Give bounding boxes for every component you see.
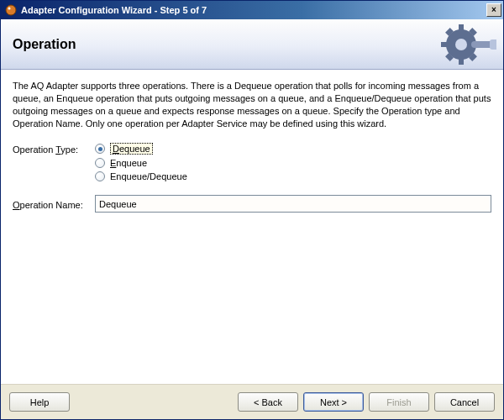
footer-buttons: Help < Back Next > Finish Cancel xyxy=(1,384,503,419)
gear-icon xyxy=(429,19,496,70)
radio-icon xyxy=(95,158,105,168)
radio-dequeue-label: Dequeue xyxy=(110,143,153,155)
page-title: Operation xyxy=(1,37,76,52)
content-area: The AQ Adapter supports three operations… xyxy=(1,70,503,384)
window-title: Adapter Configuration Wizard - Step 5 of… xyxy=(21,5,486,15)
app-icon xyxy=(4,3,18,17)
description-text: The AQ Adapter supports three operations… xyxy=(13,80,491,129)
radio-enqueue-label: Enqueue xyxy=(110,158,147,168)
back-button[interactable]: < Back xyxy=(238,392,298,412)
svg-point-1 xyxy=(8,8,11,10)
operation-type-row: Operation Type: Dequeue Enqueue Enqueue/… xyxy=(13,143,491,181)
operation-name-input[interactable] xyxy=(95,195,491,213)
svg-rect-5 xyxy=(441,42,449,47)
svg-rect-4 xyxy=(459,56,464,65)
radio-both-label: Enqueue/Dequeue xyxy=(110,171,187,181)
wizard-header: Operation xyxy=(1,19,503,70)
operation-type-label: Operation Type: xyxy=(13,143,88,155)
svg-rect-3 xyxy=(459,24,464,33)
wizard-window: Adapter Configuration Wizard - Step 5 of… xyxy=(0,0,504,420)
help-button[interactable]: Help xyxy=(9,392,70,412)
svg-point-0 xyxy=(6,5,16,15)
cancel-button[interactable]: Cancel xyxy=(434,392,495,412)
titlebar: Adapter Configuration Wizard - Step 5 of… xyxy=(1,1,503,19)
operation-name-label: Operation Name: xyxy=(13,198,88,210)
radio-icon xyxy=(95,171,105,181)
next-button[interactable]: Next > xyxy=(303,392,364,412)
radio-icon xyxy=(95,144,105,154)
radio-enqueue[interactable]: Enqueue xyxy=(95,158,187,168)
svg-point-11 xyxy=(455,39,467,50)
radio-enqueue-dequeue[interactable]: Enqueue/Dequeue xyxy=(95,171,187,181)
operation-name-row: Operation Name: xyxy=(13,195,491,213)
operation-type-radios: Dequeue Enqueue Enqueue/Dequeue xyxy=(95,143,187,181)
radio-dequeue[interactable]: Dequeue xyxy=(95,143,187,155)
close-button[interactable]: × xyxy=(486,3,501,17)
svg-rect-13 xyxy=(490,39,496,50)
finish-button: Finish xyxy=(369,392,429,412)
